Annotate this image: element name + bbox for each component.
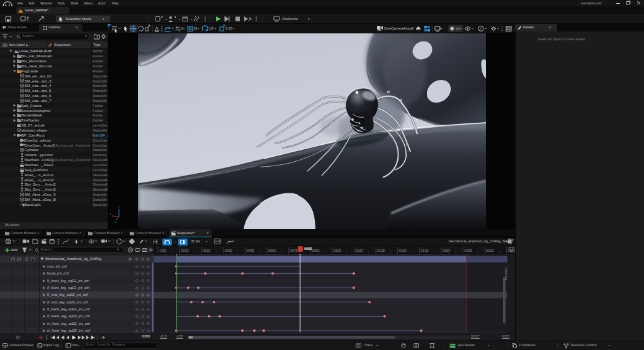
svg-text:0120: 0120 — [356, 249, 363, 252]
svg-text:0030: 0030 — [225, 249, 232, 252]
svg-text:z: z — [118, 205, 120, 209]
svg-text:0000: 0000 — [181, 249, 189, 252]
svg-text:0075: 0075 — [290, 249, 298, 252]
svg-text:0135: 0135 — [377, 249, 385, 252]
svg-text:0165: 0165 — [421, 249, 428, 252]
svg-text:0105: 0105 — [334, 249, 341, 252]
svg-text:0210: 0210 — [486, 249, 494, 252]
svg-text:0150: 0150 — [399, 249, 407, 252]
svg-text:0015: 0015 — [203, 249, 210, 252]
svg-text:0195: 0195 — [465, 249, 472, 252]
svg-text:0090: 0090 — [312, 249, 319, 252]
svg-text:0060: 0060 — [268, 249, 276, 252]
svg-text:0045: 0045 — [246, 249, 254, 252]
svg-text:x: x — [110, 212, 111, 216]
svg-text:0180: 0180 — [443, 249, 450, 252]
